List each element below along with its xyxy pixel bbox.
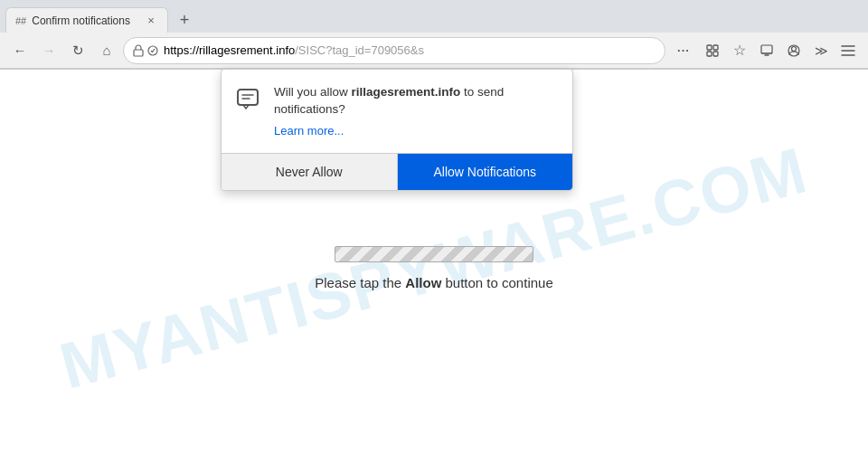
extensions-button[interactable]: ≫ — [808, 38, 834, 63]
svg-point-10 — [792, 46, 797, 51]
address-bar[interactable]: https://rillagesrement.info/SISC?tag_id=… — [123, 37, 665, 64]
sync-button[interactable] — [754, 38, 779, 63]
tab-favicon: ## — [15, 15, 26, 26]
notification-icon — [236, 86, 263, 119]
url-path: /SISC?tag_id=709056&s — [295, 43, 424, 57]
loading-text-allow: Allow — [405, 275, 441, 290]
url-domain: https://rillagesrement.info — [164, 43, 295, 57]
loading-text-prefix: Please tap the — [315, 275, 405, 290]
browser-window: ## Confirm notifications × + ← → ↻ ⌂ — [0, 0, 868, 465]
active-tab[interactable]: ## Confirm notifications × — [5, 7, 168, 33]
account-button[interactable] — [781, 38, 807, 63]
svg-rect-3 — [713, 45, 718, 50]
popup-body: Will you allow rillagesrement.info to se… — [222, 70, 572, 153]
home-button[interactable]: ⌂ — [94, 38, 119, 63]
navigation-bar: ← → ↻ ⌂ https://rillagesrement.info/SISC… — [0, 33, 868, 69]
svg-rect-6 — [761, 45, 772, 53]
bookmark-button[interactable]: ☆ — [727, 38, 752, 63]
loading-bar-container — [335, 246, 533, 262]
security-icon — [133, 44, 158, 57]
svg-rect-14 — [238, 90, 258, 105]
svg-rect-0 — [134, 50, 143, 56]
popup-actions: Never Allow Allow Notifications — [222, 153, 572, 190]
browser-chrome: ## Confirm notifications × + ← → ↻ ⌂ — [0, 0, 868, 70]
loading-section: Please tap the Allow button to continue — [315, 246, 553, 290]
popup-message: Will you allow rillagesrement.info to se… — [274, 84, 558, 119]
forward-button[interactable]: → — [36, 38, 61, 63]
notification-popup: Will you allow rillagesrement.info to se… — [221, 69, 573, 191]
back-button[interactable]: ← — [7, 38, 33, 63]
new-tab-button[interactable]: + — [172, 7, 197, 33]
hamburger-menu-button[interactable] — [835, 38, 861, 63]
svg-rect-4 — [707, 52, 712, 56]
more-options-button[interactable]: ··· — [669, 38, 698, 63]
tab-bar: ## Confirm notifications × + — [0, 0, 868, 33]
loading-text: Please tap the Allow button to continue — [315, 275, 553, 290]
tab-close-button[interactable]: × — [144, 14, 158, 28]
svg-rect-2 — [707, 45, 712, 50]
container-icon[interactable] — [700, 38, 725, 63]
popup-text-block: Will you allow rillagesrement.info to se… — [274, 84, 558, 138]
loading-bar — [335, 246, 533, 262]
popup-message-prefix: Will you allow — [274, 85, 352, 99]
learn-more-link[interactable]: Learn more... — [274, 124, 344, 138]
never-allow-button[interactable]: Never Allow — [222, 154, 398, 190]
refresh-button[interactable]: ↻ — [65, 38, 90, 63]
loading-text-suffix: button to continue — [441, 275, 552, 290]
popup-domain: rillagesrement.info — [352, 85, 461, 99]
tab-title: Confirm notifications — [32, 14, 138, 27]
nav-right-icons: ··· ☆ — [669, 38, 861, 63]
url-display: https://rillagesrement.info/SISC?tag_id=… — [164, 43, 656, 57]
allow-notifications-button[interactable]: Allow Notifications — [398, 154, 573, 190]
svg-rect-5 — [713, 52, 718, 56]
